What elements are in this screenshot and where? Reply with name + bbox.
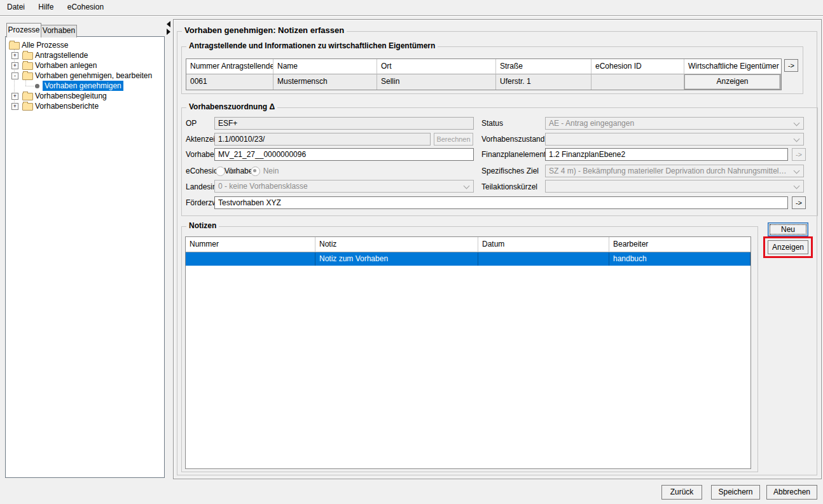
tree-item-vorhabensberichte[interactable]: + Vorhabensberichte (11, 101, 100, 111)
chevron-down-icon (794, 136, 800, 142)
applicants-group: Antragstellende und Informationen zu wir… (181, 46, 803, 94)
column-header-nummer: Nummer (186, 237, 315, 252)
collapse-right-icon[interactable] (167, 29, 170, 35)
tab-vorhaben[interactable]: Vorhaben (41, 25, 77, 37)
column-header-ort: Ort (377, 59, 496, 74)
spezifisches-ziel-select: SZ 4 m) - Bekämpfung materieller Depriva… (545, 165, 804, 177)
aktenzeichen-field: 1.1/00010/23/ (214, 133, 431, 146)
column-header-name: Name (273, 59, 377, 74)
status-label: Status (481, 119, 503, 128)
tree-item-antragstellende[interactable]: + Antragstellende (11, 50, 90, 60)
cell-nummer: 0061 (186, 74, 273, 90)
folder-icon (22, 72, 33, 80)
foerderzweck-field[interactable]: Testvorhaben XYZ (214, 196, 788, 209)
split-divider[interactable] (164, 19, 173, 478)
page-title: Vorhaben genehmigen: Notizen erfassen (182, 25, 347, 35)
finanzplanelement-arrow-button: -> (792, 148, 806, 161)
folder-icon (9, 42, 20, 50)
delta-icon: Δ (269, 102, 275, 111)
tree-item-vorhaben-genehmigen-bearbeiten[interactable]: - Vorhaben genehmigen, bearbeiten (11, 71, 154, 81)
menu-item-ecohesion[interactable]: eCohesion (62, 0, 109, 15)
ecohesion-vorhaben-radiogroup: Ja Nein (216, 165, 279, 177)
folder-icon (22, 103, 33, 111)
folder-icon (22, 62, 33, 70)
column-header-nummer-antragstellende: Nummer Antragstellende (186, 59, 273, 74)
applicants-table-header: Nummer Antragstellende Name Ort Straße e… (186, 59, 781, 74)
finanzplanelement-field[interactable]: 1.2 FinanzplanEbene2 (545, 148, 788, 161)
abbrechen-button[interactable]: Abbrechen (766, 485, 817, 500)
tree-item-label: Vorhabensberichte (33, 101, 100, 111)
cell-nummer (186, 252, 315, 266)
column-header-datum: Datum (478, 237, 609, 252)
tree-item-vorhabensbegleitung[interactable]: + Vorhabensbegleitung (11, 91, 109, 101)
finanzplanelement-label: Finanzplanelement (481, 150, 546, 159)
cell-strasse: Uferstr. 1 (496, 74, 591, 90)
chevron-down-icon (464, 183, 470, 189)
cell-bearbeiter: handbuch (609, 252, 750, 266)
notizen-group-title: Notizen (186, 221, 219, 231)
zuordnung-group: Vorhabenszuordnung Δ OP ESF+ Aktenzeiche… (181, 107, 818, 216)
landesinitiative-select: 0 - keine Vorhabensklasse (214, 180, 474, 193)
menu-item-datei[interactable]: Datei (1, 0, 31, 15)
vorhabenszustand-select (545, 133, 804, 146)
tree-item-label: Vorhabensbegleitung (33, 91, 109, 101)
column-header-wirtschaftliche-eigentuemer: Wirtschaftliche Eigentümer (684, 59, 781, 74)
main-panel: Vorhaben genehmigen: Notizen erfassen An… (173, 19, 822, 479)
notizen-group: Notizen Nummer Notiz Datum Bearbeiter No… (181, 226, 758, 472)
tree-item-vorhaben-genehmigen[interactable]: Vorhaben genehmigen (35, 81, 123, 91)
op-field: ESF+ (214, 117, 474, 130)
foerderzweck-arrow-button[interactable]: -> (792, 196, 806, 209)
berechnen-button: Berechnen (434, 133, 473, 146)
op-label: OP (186, 119, 197, 128)
collapse-icon[interactable]: - (11, 72, 18, 79)
tree-item-vorhaben-anlegen[interactable]: + Vorhaben anlegen (11, 60, 99, 71)
notizen-table-header: Nummer Notiz Datum Bearbeiter (186, 237, 750, 252)
applicants-group-title: Antragstellende und Informationen zu wir… (186, 41, 438, 51)
zurueck-button[interactable]: Zurück (661, 485, 702, 500)
radio-ja (216, 167, 225, 176)
zuordnung-group-title: Vorhabenszuordnung Δ (186, 102, 277, 112)
chevron-down-icon (794, 120, 800, 126)
cell-notiz: Notiz zum Vorhaben (315, 252, 478, 266)
status-select: AE - Antrag eingegangen (545, 117, 804, 130)
expand-icon[interactable]: + (11, 62, 18, 69)
cell-datum (478, 252, 609, 266)
vorhabens-id-field[interactable]: MV_21_27__0000000096 (214, 148, 474, 161)
applicants-arrow-button[interactable]: -> (784, 59, 798, 72)
notizen-row-selected[interactable]: Notiz zum Vorhaben handbuch (186, 252, 750, 266)
tree-item-label: Antragstellende (33, 50, 90, 60)
annotation-red-box (763, 236, 813, 258)
process-tree: Alle Prozesse + Antragstellende + Vorhab… (5, 36, 165, 478)
expand-icon[interactable]: + (11, 93, 18, 100)
bullet-icon (35, 84, 39, 88)
collapse-left-icon[interactable] (167, 21, 170, 27)
tab-prozesse[interactable]: Prozesse (6, 23, 41, 37)
zuordnung-title-text: Vorhabenszuordnung (189, 102, 267, 111)
cell-ecohesion-id (591, 74, 684, 90)
folder-icon (22, 52, 33, 60)
applicant-row[interactable]: 0061 Mustermensch Sellin Uferstr. 1 Anze… (186, 74, 781, 90)
teilaktionskuerzel-label: Teilaktionskürzel (481, 182, 537, 191)
applicants-table: Nummer Antragstellende Name Ort Straße e… (186, 58, 782, 90)
cell-name: Mustermensch (273, 74, 377, 90)
expand-icon[interactable]: + (11, 52, 18, 59)
tree-item-label: Alle Prozesse (20, 40, 70, 50)
column-header-strasse: Straße (496, 59, 591, 74)
tree-item-label: Vorhaben genehmigen, bearbeiten (33, 71, 154, 81)
vorhabenszustand-label: Vorhabenszustand (481, 135, 544, 144)
speichern-button[interactable]: Speichern (711, 485, 760, 500)
folder-icon (22, 93, 33, 100)
application-window: Datei Hilfe eCohesion Prozesse Vorhaben … (0, 0, 823, 504)
notizen-table: Nummer Notiz Datum Bearbeiter Notiz zum … (185, 236, 751, 469)
radio-ja-label: Ja (228, 167, 237, 175)
neu-button[interactable]: Neu (768, 222, 808, 236)
column-header-notiz: Notiz (315, 237, 478, 252)
expand-icon[interactable]: + (11, 103, 18, 110)
cell-ort: Sellin (377, 74, 496, 90)
show-owners-button[interactable]: Anzeigen (684, 74, 780, 90)
menu-item-hilfe[interactable]: Hilfe (32, 0, 59, 15)
tree-item-label: Vorhaben anlegen (33, 60, 99, 71)
radio-nein (251, 167, 260, 176)
tree-item-alle-prozesse[interactable]: Alle Prozesse (9, 40, 70, 50)
radio-nein-label: Nein (263, 167, 279, 175)
